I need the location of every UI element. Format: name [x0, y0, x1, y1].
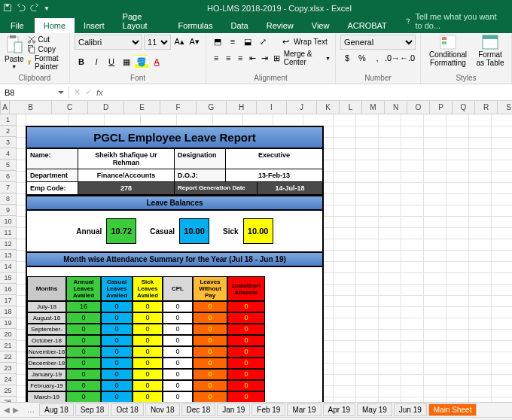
cell[interactable]: December-18	[27, 358, 66, 369]
row-header[interactable]: 18	[0, 306, 16, 318]
font-color-button[interactable]: A	[150, 55, 163, 68]
col-header[interactable]: R	[475, 101, 498, 114]
redo-icon[interactable]	[30, 3, 39, 14]
row-header[interactable]: 13	[0, 250, 16, 261]
col-header[interactable]: L	[340, 101, 362, 114]
sheet-nav-prev-icon[interactable]: ◀	[3, 406, 11, 414]
spreadsheet-grid[interactable]: ABCDEFGHIJKLMNOPQRST 1234567891011121314…	[0, 101, 512, 402]
col-header[interactable]: O	[407, 101, 430, 114]
col-header[interactable]: H	[227, 101, 257, 114]
row-header[interactable]: 12	[0, 239, 16, 250]
cell[interactable]: 0	[163, 312, 193, 324]
cell[interactable]: 0	[133, 312, 163, 324]
underline-button[interactable]: U	[105, 55, 118, 68]
border-button[interactable]: ▦	[120, 55, 133, 68]
col-header[interactable]: B	[10, 101, 52, 114]
italic-button[interactable]: I	[90, 55, 103, 68]
cell[interactable]: 0	[193, 335, 227, 346]
row-header[interactable]: 3	[0, 137, 16, 148]
sheet-tab[interactable]: May 19	[357, 403, 392, 416]
format-table-button[interactable]: Format as Table	[474, 35, 507, 67]
undo-icon[interactable]	[17, 3, 26, 14]
cancel-formula-icon[interactable]: ✕	[74, 87, 81, 97]
cell[interactable]: 0	[133, 358, 163, 369]
cell[interactable]: August-18	[27, 312, 66, 324]
cell[interactable]: January-19	[27, 369, 66, 380]
row-header[interactable]: 23	[0, 363, 16, 374]
sheet-tab[interactable]: Sep 18	[75, 403, 110, 416]
col-header[interactable]: D	[88, 101, 124, 114]
col-header[interactable]: F	[160, 101, 197, 114]
tab-data[interactable]: Data	[221, 18, 257, 33]
align-center-icon[interactable]: ≡	[223, 51, 233, 65]
col-header[interactable]: K	[317, 101, 340, 114]
cell[interactable]: 0	[66, 380, 101, 391]
sheet-tab[interactable]: Jun 19	[394, 403, 427, 416]
cell[interactable]: 0	[133, 346, 163, 358]
col-header[interactable]: C	[52, 101, 88, 114]
tab-pagelayout[interactable]: Page Layout	[114, 9, 169, 33]
bold-button[interactable]: B	[75, 55, 88, 68]
sheet-more-left[interactable]: …	[24, 404, 38, 415]
decrease-font-icon[interactable]: A▾	[187, 35, 201, 48]
format-painter-button[interactable]: Format Painter	[27, 54, 65, 71]
sheet-tab[interactable]: Mar 19	[287, 403, 321, 416]
currency-icon[interactable]: $	[340, 51, 354, 65]
cell[interactable]: February-19	[27, 380, 66, 391]
cell[interactable]: 0	[163, 324, 193, 335]
cell[interactable]: 0	[66, 358, 101, 369]
cell[interactable]: September-18	[27, 324, 66, 335]
col-header[interactable]: E	[124, 101, 160, 114]
cell[interactable]: 0	[227, 324, 265, 335]
cell[interactable]: 0	[66, 324, 101, 335]
comma-icon[interactable]: ,	[370, 51, 384, 65]
row-header[interactable]: 11	[0, 227, 16, 239]
formula-input[interactable]	[108, 88, 512, 97]
cell[interactable]: 0	[163, 301, 193, 312]
cell[interactable]: 0	[227, 358, 265, 369]
cell[interactable]: 0	[133, 335, 163, 346]
row-header[interactable]: 14	[0, 261, 16, 272]
cell[interactable]: 0	[133, 324, 163, 335]
cell[interactable]: 0	[227, 369, 265, 380]
align-right-icon[interactable]: ≡	[235, 51, 245, 65]
font-size-select[interactable]: 11	[144, 35, 171, 50]
col-header[interactable]: M	[362, 101, 385, 114]
row-header[interactable]: 8	[0, 193, 16, 205]
cell[interactable]: 0	[163, 335, 193, 346]
sheet-tab[interactable]: Apr 19	[323, 403, 355, 416]
decrease-indent-icon[interactable]: ⇤	[247, 51, 258, 65]
cell[interactable]: 0	[227, 346, 265, 358]
align-bottom-icon[interactable]: ⬓	[241, 35, 254, 48]
row-header[interactable]: 19	[0, 318, 16, 329]
cell[interactable]: 0	[66, 391, 101, 402]
cell[interactable]: 0	[101, 369, 133, 380]
col-header[interactable]: P	[430, 101, 453, 114]
tab-file[interactable]: File	[0, 18, 35, 33]
row-header[interactable]: 25	[0, 385, 16, 397]
cell[interactable]: 0	[163, 358, 193, 369]
sheet-tab[interactable]: Aug 18	[39, 403, 74, 416]
merge-icon[interactable]: ⊞	[272, 51, 282, 65]
tab-view[interactable]: View	[303, 18, 339, 33]
orientation-icon[interactable]: ⤢	[256, 35, 270, 48]
cell[interactable]: 0	[163, 369, 193, 380]
cell[interactable]: 0	[227, 391, 265, 402]
name-box[interactable]: B8	[0, 87, 69, 99]
cell[interactable]: 0	[101, 358, 133, 369]
cell[interactable]: 0	[66, 346, 101, 358]
row-header[interactable]: 1	[0, 114, 16, 126]
sheet-tab[interactable]: Jan 19	[217, 403, 250, 416]
row-header[interactable]: 10	[0, 216, 16, 227]
cell[interactable]: 0	[193, 301, 227, 312]
copy-button[interactable]: Copy	[27, 44, 65, 53]
row-header[interactable]: 20	[0, 329, 16, 340]
tab-acrobat[interactable]: ACROBAT	[338, 18, 395, 33]
sheet-tab[interactable]: Main Sheet	[428, 403, 477, 416]
cell[interactable]: 0	[193, 324, 227, 335]
cell[interactable]: 0	[101, 335, 133, 346]
sheet-tab[interactable]: Dec 18	[181, 403, 216, 416]
conditional-formatting-button[interactable]: Conditional Formatting	[425, 35, 471, 67]
cell[interactable]: 0	[163, 346, 193, 358]
cell[interactable]: 0	[133, 369, 163, 380]
